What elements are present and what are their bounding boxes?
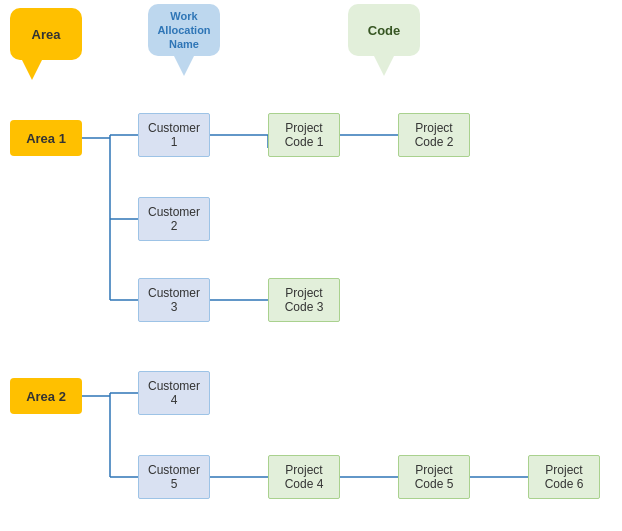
projectcode5-box: ProjectCode 5	[398, 455, 470, 499]
area1-box: Area 1	[10, 120, 82, 156]
callout-area-label: Area	[32, 27, 61, 42]
projectcode4-box: ProjectCode 4	[268, 455, 340, 499]
area2-box: Area 2	[10, 378, 82, 414]
callout-area: Area	[10, 8, 82, 60]
customer4-box: Customer4	[138, 371, 210, 415]
projectcode3-box: ProjectCode 3	[268, 278, 340, 322]
customer4-label: Customer4	[148, 379, 200, 407]
connectors-svg	[0, 0, 622, 531]
customer5-box: Customer5	[138, 455, 210, 499]
customer1-box: Customer1	[138, 113, 210, 157]
projectcode6-label: ProjectCode 6	[545, 463, 584, 491]
projectcode6-box: ProjectCode 6	[528, 455, 600, 499]
customer1-label: Customer1	[148, 121, 200, 149]
diagram: Area WorkAllocationName Code	[0, 0, 622, 531]
customer3-label: Customer3	[148, 286, 200, 314]
area1-label: Area 1	[26, 131, 66, 146]
projectcode4-label: ProjectCode 4	[285, 463, 324, 491]
projectcode2-box: ProjectCode 2	[398, 113, 470, 157]
callout-code-label: Code	[368, 23, 401, 38]
customer2-box: Customer2	[138, 197, 210, 241]
area2-label: Area 2	[26, 389, 66, 404]
callout-code: Code	[348, 4, 420, 56]
customer5-label: Customer5	[148, 463, 200, 491]
projectcode5-label: ProjectCode 5	[415, 463, 454, 491]
projectcode3-label: ProjectCode 3	[285, 286, 324, 314]
callout-work-allocation: WorkAllocationName	[148, 4, 220, 56]
projectcode1-label: ProjectCode 1	[285, 121, 324, 149]
projectcode2-label: ProjectCode 2	[415, 121, 454, 149]
callout-work-label: WorkAllocationName	[157, 9, 210, 52]
customer2-label: Customer2	[148, 205, 200, 233]
projectcode1-box: ProjectCode 1	[268, 113, 340, 157]
customer3-box: Customer3	[138, 278, 210, 322]
